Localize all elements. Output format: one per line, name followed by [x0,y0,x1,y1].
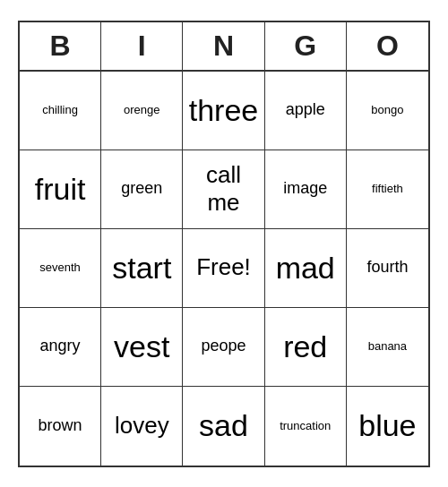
bingo-cell-19: banana [347,308,428,387]
cell-text-2: three [189,92,259,129]
bingo-cell-7: call me [183,150,264,229]
bingo-cell-23: truncation [265,387,347,466]
cell-text-3: apple [286,100,325,120]
cell-text-20: brown [39,416,82,436]
bingo-cell-21: lovey [101,387,183,466]
cell-text-12: Free! [196,253,251,281]
bingo-cell-16: vest [101,308,183,387]
header-letter-g: G [265,22,347,70]
cell-text-9: fiftieth [372,182,403,196]
cell-text-13: mad [276,250,335,286]
bingo-cell-10: seventh [20,229,101,308]
bingo-header: BINGO [20,22,428,72]
cell-text-1: orenge [124,103,159,117]
header-letter-i: I [101,22,183,70]
bingo-cell-5: fruit [20,150,101,229]
bingo-cell-18: red [265,308,347,387]
cell-text-21: lovey [115,412,169,440]
cell-text-7: call me [186,161,260,217]
bingo-cell-0: chilling [20,72,101,150]
cell-text-17: peope [201,337,246,356]
header-letter-o: O [347,22,428,70]
cell-text-11: start [112,250,171,286]
bingo-cell-24: blue [347,387,428,466]
cell-text-15: angry [40,337,81,356]
bingo-cell-4: bongo [347,72,428,150]
bingo-cell-3: apple [265,72,347,150]
bingo-cell-2: three [183,72,264,150]
cell-text-5: fruit [35,171,86,208]
cell-text-8: image [283,179,327,199]
bingo-grid: chillingorengethreeapplebongofruitgreenc… [20,72,428,466]
bingo-cell-8: image [265,150,347,229]
header-letter-n: N [183,22,264,70]
cell-text-14: fourth [366,258,408,278]
bingo-cell-20: brown [20,387,101,466]
bingo-card: BINGO chillingorengethreeapplebongofruit… [18,21,430,467]
cell-text-16: vest [114,329,169,365]
bingo-cell-6: green [101,150,183,229]
bingo-cell-1: orenge [101,72,183,150]
bingo-cell-17: peope [183,308,264,387]
bingo-cell-12: Free! [183,229,264,308]
cell-text-6: green [121,179,162,199]
header-letter-b: B [20,22,101,70]
cell-text-4: bongo [371,103,403,117]
bingo-cell-14: fourth [347,229,428,308]
cell-text-24: blue [358,407,416,444]
bingo-cell-13: mad [265,229,347,308]
bingo-cell-22: sad [183,387,264,466]
cell-text-10: seventh [39,261,81,275]
cell-text-18: red [283,329,327,365]
bingo-cell-15: angry [20,308,101,387]
cell-text-22: sad [199,407,248,444]
cell-text-19: banana [368,339,407,354]
cell-text-23: truncation [280,419,331,433]
bingo-cell-9: fiftieth [347,150,428,229]
cell-text-0: chilling [42,103,78,117]
bingo-cell-11: start [101,229,183,308]
